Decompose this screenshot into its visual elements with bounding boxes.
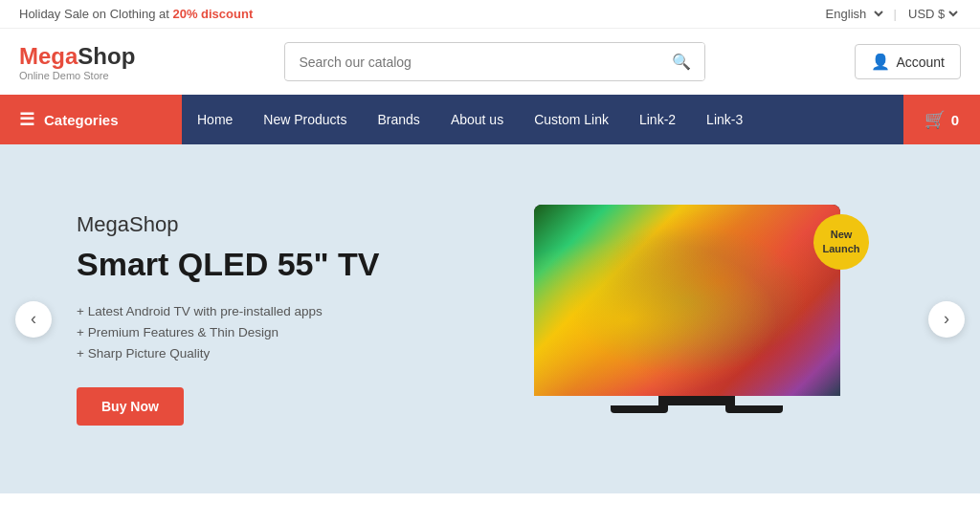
hero-content: MegaShop Smart QLED 55" TV Latest Androi… [77,212,490,427]
nav-home[interactable]: Home [182,95,248,144]
hero-feature-3: Sharp Picture Quality [77,346,490,361]
search-input[interactable] [285,45,658,79]
tv-foot-left [611,405,668,413]
tv-body [534,205,840,396]
tv-stand [658,396,735,405]
tv-foot-right [725,405,783,413]
nav-custom-link[interactable]: Custom Link [519,95,624,144]
hero-subtitle: Smart QLED 55" TV [77,245,490,284]
logo-subtitle: Online Demo Store [19,70,135,81]
nav-new-products[interactable]: New Products [248,95,362,144]
tv-screen [534,205,840,396]
logo-shop: Shop [78,43,135,69]
search-icon: 🔍 [672,54,691,70]
sale-text: Holiday Sale on Clothing at [19,7,172,21]
sale-announcement: Holiday Sale on Clothing at 20% discount [19,7,253,21]
logo-mega: Mega [19,43,78,69]
separator: | [894,7,897,21]
cart-icon: 🛒 [924,109,946,130]
search-bar: 🔍 [284,42,705,81]
nav-link3[interactable]: Link-3 [691,95,758,144]
left-arrow-icon: ‹ [31,309,36,329]
account-icon: 👤 [871,53,890,71]
nav-link2[interactable]: Link-2 [624,95,691,144]
new-launch-badge: New Launch [813,214,869,270]
hero-image: New Launch [490,205,903,434]
hero-prev-button[interactable]: ‹ [15,301,52,338]
search-button[interactable]: 🔍 [658,43,704,80]
hero-features-list: Latest Android TV with pre-installed app… [77,304,490,361]
categories-button[interactable]: ☰ Categories [0,95,182,144]
tv-screen-waves [534,205,840,396]
tv-product-image: New Launch [534,205,859,434]
header: MegaShop Online Demo Store 🔍 👤 Account [0,29,980,95]
hero-feature-1: Latest Android TV with pre-installed app… [77,304,490,318]
categories-label: Categories [44,112,119,128]
nav-brands[interactable]: Brands [363,95,435,144]
nav-about-us[interactable]: About us [435,95,519,144]
logo-title: MegaShop [19,43,135,70]
buy-now-button[interactable]: Buy Now [77,387,184,426]
currency-selector[interactable]: USD $ EUR € GBP £ [904,6,961,22]
hero-title: MegaShop [77,212,490,237]
right-arrow-icon: › [944,309,949,329]
badge-line2: Launch [822,242,859,255]
account-label: Account [896,55,945,70]
nav-links: Home New Products Brands About us Custom… [182,95,903,144]
hero-feature-2: Premium Features & Thin Design [77,325,490,339]
tv-feet [611,405,783,413]
navbar: ☰ Categories Home New Products Brands Ab… [0,95,980,144]
logo[interactable]: MegaShop Online Demo Store [19,43,135,81]
discount-text: 20% discount [172,7,253,21]
top-bar-right: English French Spanish | USD $ EUR € GBP… [822,6,961,22]
hero-next-button[interactable]: › [928,301,965,338]
cart-button[interactable]: 🛒 0 [903,95,980,144]
top-bar: Holiday Sale on Clothing at 20% discount… [0,0,980,29]
language-selector[interactable]: English French Spanish [822,6,886,22]
cart-count: 0 [951,112,959,128]
account-button[interactable]: 👤 Account [855,44,961,79]
badge-line1: New [831,228,853,241]
hamburger-icon: ☰ [19,109,34,130]
hero-banner: ‹ MegaShop Smart QLED 55" TV Latest Andr… [0,144,980,493]
